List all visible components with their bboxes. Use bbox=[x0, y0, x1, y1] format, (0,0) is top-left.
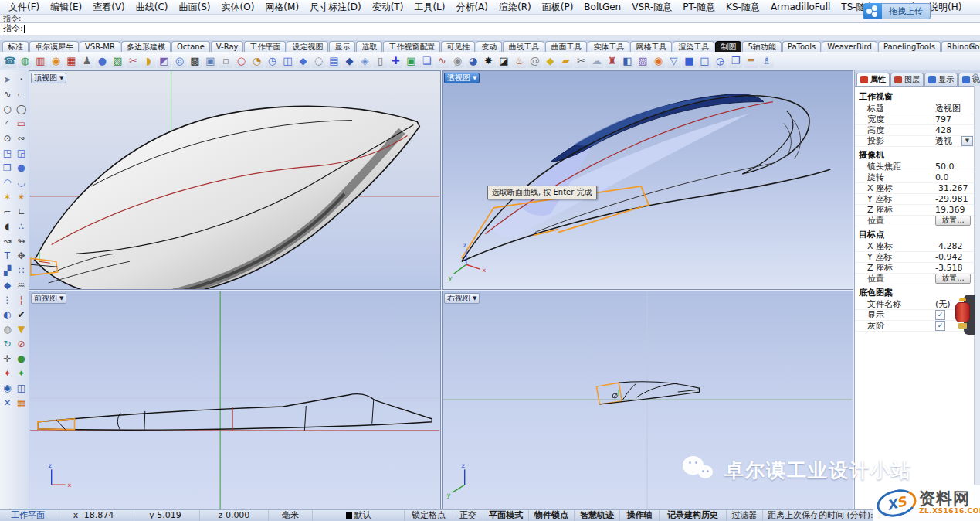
toolbar-tab-4[interactable]: Octane bbox=[171, 41, 210, 52]
ram-horn-icon[interactable]: ♜ bbox=[605, 53, 619, 68]
menu-item-5[interactable]: 实体(O) bbox=[216, 0, 260, 15]
status-segment-13[interactable]: 过滤器 bbox=[727, 510, 763, 521]
control-point-curve-icon[interactable]: ∿ bbox=[1, 87, 14, 100]
bell-icon[interactable]: ♗ bbox=[759, 53, 774, 68]
freeform-curve-icon[interactable]: ∾ bbox=[15, 131, 28, 145]
panel-tab-2[interactable]: 显示 bbox=[924, 73, 958, 86]
panel-row-value[interactable]: 放置... bbox=[935, 216, 975, 226]
grill-icon[interactable]: ♒ bbox=[15, 278, 28, 291]
drop-icon[interactable]: ◖ bbox=[1, 220, 14, 233]
checkbox-checked[interactable]: ✓ bbox=[935, 310, 945, 320]
blue-diamond-icon[interactable]: ◆ bbox=[296, 53, 310, 68]
panel-row-value[interactable]: 428 bbox=[935, 125, 975, 135]
target-orange-icon[interactable]: ◉ bbox=[651, 53, 666, 68]
spine-icon[interactable]: ¦ bbox=[15, 293, 28, 306]
stack-boxes-icon[interactable]: ❏ bbox=[419, 53, 434, 68]
pin-dot-icon[interactable]: ◉ bbox=[450, 53, 465, 68]
check-icon[interactable]: ✔ bbox=[15, 308, 28, 321]
cluster-dots-icon[interactable]: ∴ bbox=[15, 220, 28, 233]
circle-center-icon[interactable]: ⊙ bbox=[1, 131, 14, 145]
adjust-points-icon[interactable]: ↬ bbox=[15, 234, 28, 247]
place-button[interactable]: 放置... bbox=[935, 274, 971, 284]
menu-item-14[interactable]: VSR-随意 bbox=[626, 0, 677, 15]
toolbar-tab-2[interactable]: VSR-MR bbox=[80, 41, 120, 52]
dim-tool-icon[interactable]: ✛ bbox=[1, 352, 14, 365]
status-segment-6[interactable]: 锁定格点 bbox=[405, 510, 453, 521]
viewport-top-label[interactable]: 顶视图 ▼ bbox=[31, 73, 66, 83]
tray-blue-icon[interactable]: ▽ bbox=[666, 53, 681, 68]
toolbar-tab-11[interactable]: 可见性 bbox=[441, 41, 475, 52]
move-uvn-icon[interactable]: ✥ bbox=[15, 249, 28, 262]
gear-icon[interactable]: ⚙ bbox=[972, 72, 979, 80]
transform-ball-icon[interactable]: ◍ bbox=[1, 322, 14, 335]
toolbar-tab-22[interactable]: PanelingTools bbox=[878, 41, 941, 52]
rainbow-wedge-icon[interactable]: ◗ bbox=[141, 53, 156, 68]
box-icon[interactable]: ❒ bbox=[1, 161, 14, 174]
phone-icon[interactable]: ☎ bbox=[2, 53, 17, 68]
globe-blue-icon[interactable]: ◉ bbox=[1, 381, 14, 394]
menu-item-8[interactable]: 变动(T) bbox=[367, 0, 409, 15]
toolbar-tab-9[interactable]: 选取 bbox=[356, 41, 382, 52]
blue-cube-icon[interactable]: ◧ bbox=[620, 53, 635, 68]
arc-icon[interactable]: ◜ bbox=[1, 117, 14, 130]
drag-upload-button[interactable]: 拖拽上传 bbox=[882, 3, 931, 19]
toolbar-tab-21[interactable]: WeaverBird bbox=[822, 41, 877, 52]
sheet-icon[interactable]: ◫ bbox=[15, 381, 28, 394]
yellow-note-icon[interactable]: ◆ bbox=[543, 53, 558, 68]
array-icon[interactable]: ∷ bbox=[15, 264, 28, 277]
fold-box-icon[interactable]: ◫ bbox=[280, 53, 295, 68]
loft-icon[interactable]: ◠ bbox=[1, 175, 14, 189]
small-window-icon[interactable]: ▫ bbox=[219, 53, 233, 68]
menu-item-6[interactable]: 网格(M) bbox=[259, 0, 304, 15]
panel-row-value[interactable]: -29.981 bbox=[935, 194, 975, 204]
earth-icon[interactable]: ◍ bbox=[18, 53, 32, 68]
turtle-icon[interactable]: ● bbox=[15, 352, 28, 365]
status-segment-1[interactable]: x -18.874 bbox=[56, 510, 131, 521]
toolbar-tab-17[interactable]: 渲染工具 bbox=[673, 41, 714, 52]
viewport-right-label[interactable]: 右视图 ▼ bbox=[444, 293, 480, 304]
menu-item-3[interactable]: 曲线(C) bbox=[131, 0, 174, 15]
menu-item-17[interactable]: ArmadilloFull bbox=[765, 1, 836, 13]
orange-ball-icon[interactable]: ◉ bbox=[49, 53, 63, 68]
toolbar-tab-20[interactable]: PaTools bbox=[782, 41, 821, 52]
page-icon[interactable]: ▯ bbox=[373, 53, 388, 68]
menu-item-7[interactable]: 尺寸标注(D) bbox=[304, 0, 367, 15]
drag-upload-widget[interactable]: 拖拽上传 bbox=[863, 3, 931, 19]
viewport-front[interactable]: 前视图 ▼ z x bbox=[29, 291, 441, 510]
menu-item-13[interactable]: BoltGen bbox=[578, 1, 626, 13]
toolbar-tab-8[interactable]: 显示 bbox=[329, 41, 355, 52]
panel-tab-0[interactable]: 属性 bbox=[856, 73, 890, 86]
menu-item-10[interactable]: 分析(A) bbox=[450, 0, 493, 15]
ellipse-icon[interactable]: ◯ bbox=[15, 102, 28, 115]
status-segment-9[interactable]: 物件锁点 bbox=[529, 510, 575, 521]
fence-icon[interactable]: ▦ bbox=[15, 396, 28, 409]
visibility-icon[interactable]: ◐ bbox=[1, 308, 14, 321]
burst-icon[interactable]: ✴ bbox=[15, 190, 28, 203]
viewport-perspective-label[interactable]: 透视图 ▼ bbox=[444, 73, 480, 83]
viewport-front-label[interactable]: 前视图 ▼ bbox=[31, 293, 66, 304]
no-sign-icon[interactable]: ⊘ bbox=[15, 337, 28, 350]
toolbar-tab-14[interactable]: 曲面工具 bbox=[545, 41, 587, 52]
layer-stack-icon[interactable]: ≡ bbox=[744, 53, 758, 68]
status-segment-11[interactable]: 操作轴 bbox=[620, 510, 660, 521]
panel-row-value[interactable]: -4.282 bbox=[935, 241, 975, 251]
menu-item-12[interactable]: 面板(P) bbox=[537, 0, 579, 15]
fillet-icon[interactable]: ⌐ bbox=[1, 205, 14, 218]
polyline-icon[interactable]: ⌐ bbox=[15, 87, 28, 100]
mosaic-icon[interactable]: ▨ bbox=[636, 53, 650, 68]
text-tool-icon[interactable]: T bbox=[1, 249, 14, 262]
toolbar-tab-3[interactable]: 多边形建模 bbox=[121, 41, 171, 52]
toolbar-tab-6[interactable]: 工作平面 bbox=[244, 41, 286, 52]
grid-dots-icon[interactable]: ⋮ bbox=[1, 293, 14, 306]
toolbar-tab-16[interactable]: 网格工具 bbox=[630, 41, 672, 52]
bomb-icon[interactable]: ✸ bbox=[481, 53, 496, 68]
rectangle-icon[interactable]: ▭ bbox=[15, 117, 28, 130]
green-frame-icon[interactable]: ▣ bbox=[404, 53, 419, 68]
outline-square-icon[interactable]: □ bbox=[697, 53, 712, 68]
rotate-arc-icon[interactable]: ↻ bbox=[1, 337, 14, 350]
status-segment-4[interactable]: 毫米 bbox=[269, 510, 313, 521]
align-green-icon[interactable]: ✦ bbox=[15, 366, 28, 380]
surface-corner-icon[interactable]: ◳ bbox=[1, 146, 14, 159]
chevron-down-icon[interactable]: ▼ bbox=[961, 136, 973, 146]
panel-window-icon[interactable]: ❐ bbox=[728, 53, 743, 68]
